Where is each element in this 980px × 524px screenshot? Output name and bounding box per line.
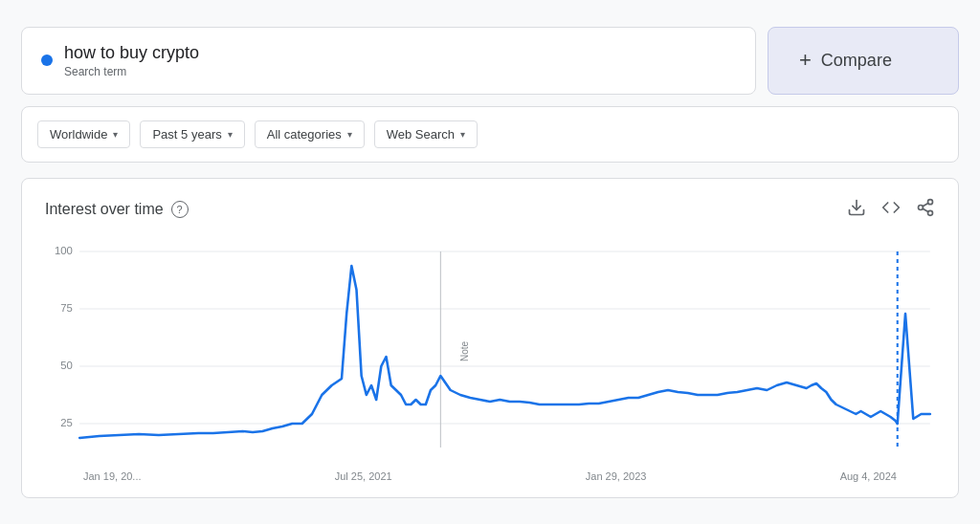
share-icon[interactable] — [916, 198, 935, 222]
help-icon[interactable]: ? — [171, 201, 189, 218]
filter-time-label: Past 5 years — [152, 127, 221, 142]
download-icon[interactable] — [847, 198, 866, 222]
chevron-down-icon: ▾ — [460, 129, 465, 140]
chart-svg: 100 75 50 25 Note — [45, 237, 935, 467]
chart-container: Interest over time ? — [21, 178, 959, 498]
search-term-subtitle: Search term — [64, 65, 199, 78]
svg-text:75: 75 — [60, 302, 73, 314]
chevron-down-icon: ▾ — [228, 129, 233, 140]
compare-label: Compare — [821, 51, 892, 71]
filter-time[interactable]: Past 5 years ▾ — [140, 120, 244, 148]
compare-plus-icon: + — [799, 48, 812, 73]
svg-text:Note: Note — [459, 340, 470, 360]
filter-location-label: Worldwide — [50, 127, 107, 142]
main-container: how to buy crypto Search term + Compare … — [21, 27, 959, 498]
filter-category-label: All categories — [267, 127, 342, 142]
search-term-box: how to buy crypto Search term — [21, 27, 756, 95]
x-label-0: Jan 19, 20... — [83, 470, 142, 482]
filters-row: Worldwide ▾ Past 5 years ▾ All categorie… — [21, 106, 959, 163]
search-term-text: how to buy crypto Search term — [64, 43, 199, 78]
svg-text:100: 100 — [55, 245, 73, 256]
x-label-1: Jul 25, 2021 — [335, 470, 392, 482]
chevron-down-icon: ▾ — [113, 129, 118, 140]
filter-category[interactable]: All categories ▾ — [255, 120, 365, 148]
filter-search-type-label: Web Search — [387, 127, 455, 142]
embed-icon[interactable] — [881, 198, 901, 222]
x-label-3: Aug 4, 2024 — [840, 470, 897, 482]
x-labels: Jan 19, 20... Jul 25, 2021 Jan 29, 2023 … — [45, 470, 935, 482]
filter-search-type[interactable]: Web Search ▾ — [374, 120, 478, 148]
chart-title-row: Interest over time ? — [45, 201, 189, 218]
chart-actions — [847, 198, 935, 222]
svg-line-4 — [923, 208, 928, 211]
chevron-down-icon: ▾ — [347, 129, 352, 140]
chart-title: Interest over time — [45, 201, 164, 218]
compare-box[interactable]: + Compare — [768, 27, 959, 95]
chart-area: 100 75 50 25 Note — [45, 237, 935, 467]
svg-line-5 — [923, 203, 928, 206]
svg-text:25: 25 — [60, 417, 73, 428]
x-label-2: Jan 29, 2023 — [586, 470, 647, 482]
chart-header: Interest over time ? — [45, 198, 935, 222]
top-row: how to buy crypto Search term + Compare — [21, 27, 959, 95]
search-term-dot — [41, 55, 53, 66]
search-term-title: how to buy crypto — [64, 43, 199, 63]
svg-text:50: 50 — [60, 360, 73, 371]
filter-location[interactable]: Worldwide ▾ — [37, 120, 130, 148]
